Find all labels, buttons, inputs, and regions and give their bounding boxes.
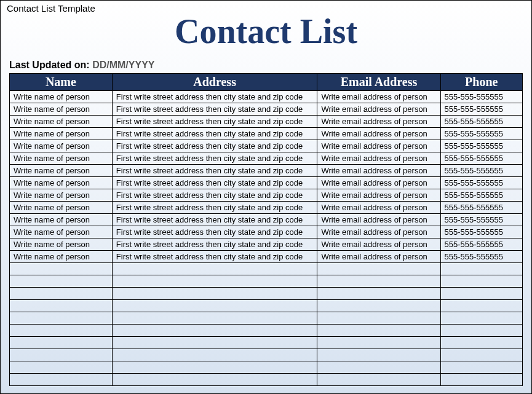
cell-phone[interactable]: 555-555-555555 xyxy=(440,103,522,116)
cell-empty[interactable] xyxy=(10,374,113,386)
cell-phone[interactable]: 555-555-555555 xyxy=(440,152,522,165)
cell-empty[interactable] xyxy=(317,337,440,349)
cell-email[interactable]: Write email address of person xyxy=(317,165,440,177)
cell-empty[interactable] xyxy=(10,263,113,275)
cell-empty[interactable] xyxy=(112,263,317,275)
cell-empty[interactable] xyxy=(112,361,317,374)
cell-phone[interactable]: 555-555-555555 xyxy=(440,226,522,238)
cell-empty[interactable] xyxy=(317,263,440,275)
cell-empty[interactable] xyxy=(112,325,317,337)
cell-empty[interactable] xyxy=(317,374,440,386)
cell-email[interactable]: Write email address of person xyxy=(317,189,440,202)
cell-name[interactable]: Write name of person xyxy=(10,189,113,202)
cell-phone[interactable]: 555-555-555555 xyxy=(440,238,522,251)
cell-name[interactable]: Write name of person xyxy=(10,238,113,251)
cell-name[interactable]: Write name of person xyxy=(10,103,113,116)
cell-empty[interactable] xyxy=(10,349,113,361)
cell-address[interactable]: First write street address then city sta… xyxy=(112,116,317,128)
cell-name[interactable]: Write name of person xyxy=(10,226,113,238)
cell-name[interactable]: Write name of person xyxy=(10,91,113,103)
cell-empty[interactable] xyxy=(10,288,113,300)
cell-empty[interactable] xyxy=(317,300,440,312)
table-row: Write name of personFirst write street a… xyxy=(10,202,523,214)
cell-empty[interactable] xyxy=(440,263,522,275)
cell-phone[interactable]: 555-555-555555 xyxy=(440,189,522,202)
cell-address[interactable]: First write street address then city sta… xyxy=(112,140,317,152)
cell-email[interactable]: Write email address of person xyxy=(317,202,440,214)
cell-address[interactable]: First write street address then city sta… xyxy=(112,214,317,226)
cell-name[interactable]: Write name of person xyxy=(10,214,113,226)
cell-address[interactable]: First write street address then city sta… xyxy=(112,238,317,251)
cell-phone[interactable]: 555-555-555555 xyxy=(440,202,522,214)
cell-empty[interactable] xyxy=(10,361,113,374)
cell-address[interactable]: First write street address then city sta… xyxy=(112,152,317,165)
cell-phone[interactable]: 555-555-555555 xyxy=(440,91,522,103)
cell-address[interactable]: First write street address then city sta… xyxy=(112,128,317,140)
cell-name[interactable]: Write name of person xyxy=(10,152,113,165)
cell-name[interactable]: Write name of person xyxy=(10,140,113,152)
cell-phone[interactable]: 555-555-555555 xyxy=(440,165,522,177)
cell-email[interactable]: Write email address of person xyxy=(317,226,440,238)
col-header-name: Name xyxy=(10,74,113,91)
table-row: Write name of personFirst write street a… xyxy=(10,152,523,165)
cell-empty[interactable] xyxy=(440,325,522,337)
cell-email[interactable]: Write email address of person xyxy=(317,152,440,165)
cell-empty[interactable] xyxy=(10,312,113,325)
cell-empty[interactable] xyxy=(112,275,317,288)
cell-address[interactable]: First write street address then city sta… xyxy=(112,165,317,177)
cell-address[interactable]: First write street address then city sta… xyxy=(112,251,317,263)
cell-email[interactable]: Write email address of person xyxy=(317,140,440,152)
cell-empty[interactable] xyxy=(112,312,317,325)
cell-empty[interactable] xyxy=(112,288,317,300)
cell-empty[interactable] xyxy=(112,349,317,361)
cell-empty[interactable] xyxy=(440,337,522,349)
cell-name[interactable]: Write name of person xyxy=(10,251,113,263)
cell-address[interactable]: First write street address then city sta… xyxy=(112,189,317,202)
cell-phone[interactable]: 555-555-555555 xyxy=(440,140,522,152)
cell-email[interactable]: Write email address of person xyxy=(317,116,440,128)
cell-empty[interactable] xyxy=(112,374,317,386)
cell-name[interactable]: Write name of person xyxy=(10,165,113,177)
cell-empty[interactable] xyxy=(317,349,440,361)
cell-empty[interactable] xyxy=(10,300,113,312)
cell-empty[interactable] xyxy=(440,275,522,288)
cell-email[interactable]: Write email address of person xyxy=(317,214,440,226)
cell-empty[interactable] xyxy=(317,312,440,325)
cell-email[interactable]: Write email address of person xyxy=(317,251,440,263)
cell-email[interactable]: Write email address of person xyxy=(317,238,440,251)
cell-phone[interactable]: 555-555-555555 xyxy=(440,177,522,189)
cell-empty[interactable] xyxy=(10,275,113,288)
cell-email[interactable]: Write email address of person xyxy=(317,103,440,116)
cell-empty[interactable] xyxy=(317,361,440,374)
cell-empty[interactable] xyxy=(440,288,522,300)
cell-empty[interactable] xyxy=(112,300,317,312)
cell-empty[interactable] xyxy=(440,300,522,312)
cell-address[interactable]: First write street address then city sta… xyxy=(112,177,317,189)
cell-email[interactable]: Write email address of person xyxy=(317,177,440,189)
cell-empty[interactable] xyxy=(440,374,522,386)
cell-phone[interactable]: 555-555-555555 xyxy=(440,116,522,128)
cell-phone[interactable]: 555-555-555555 xyxy=(440,214,522,226)
cell-email[interactable]: Write email address of person xyxy=(317,91,440,103)
table-row-empty xyxy=(10,275,523,288)
cell-name[interactable]: Write name of person xyxy=(10,177,113,189)
cell-empty[interactable] xyxy=(440,312,522,325)
cell-address[interactable]: First write street address then city sta… xyxy=(112,91,317,103)
cell-address[interactable]: First write street address then city sta… xyxy=(112,103,317,116)
cell-phone[interactable]: 555-555-555555 xyxy=(440,251,522,263)
cell-empty[interactable] xyxy=(440,349,522,361)
cell-empty[interactable] xyxy=(317,325,440,337)
cell-empty[interactable] xyxy=(10,337,113,349)
cell-address[interactable]: First write street address then city sta… xyxy=(112,202,317,214)
cell-empty[interactable] xyxy=(317,275,440,288)
cell-address[interactable]: First write street address then city sta… xyxy=(112,226,317,238)
cell-phone[interactable]: 555-555-555555 xyxy=(440,128,522,140)
cell-empty[interactable] xyxy=(112,337,317,349)
cell-name[interactable]: Write name of person xyxy=(10,128,113,140)
cell-empty[interactable] xyxy=(10,325,113,337)
cell-name[interactable]: Write name of person xyxy=(10,116,113,128)
cell-email[interactable]: Write email address of person xyxy=(317,128,440,140)
cell-empty[interactable] xyxy=(317,288,440,300)
cell-name[interactable]: Write name of person xyxy=(10,202,113,214)
cell-empty[interactable] xyxy=(440,361,522,374)
